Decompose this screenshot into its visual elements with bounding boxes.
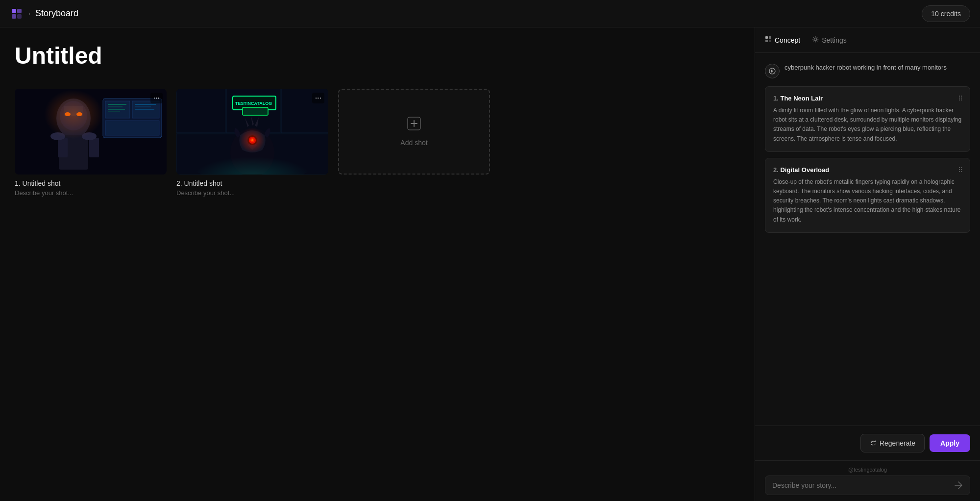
shot-label-2: 2. Untitled shot [176, 179, 328, 187]
suggestion-title-2: 2. Digital Overload [773, 166, 962, 174]
tab-settings[interactable]: Settings [812, 34, 847, 46]
shot-card-2: TESTINCATALOG NEWS [176, 89, 328, 197]
prompt-text: cyberpunk hacker robot working in front … [784, 63, 947, 73]
suggestion-number-1: 1. [773, 95, 779, 102]
shot-image-1[interactable]: ··· [15, 89, 167, 175]
add-shot-button[interactable]: Add shot [338, 89, 490, 175]
suggestion-title-1: 1. The Neon Lair [773, 95, 962, 102]
drag-handle-2[interactable]: ⠿ [958, 166, 963, 174]
shot-menu-btn-2[interactable]: ··· [312, 93, 324, 103]
navbar-left: › Storyboard [10, 7, 78, 21]
svg-rect-1 [17, 9, 22, 13]
add-shot-icon [407, 117, 421, 134]
bottom-input-area: @testingcatalog [755, 460, 980, 501]
shots-grid: ··· 1. Untitled shot Describe your shot.… [15, 89, 740, 197]
app-title: Storyboard [35, 8, 78, 19]
shot-image-2[interactable]: TESTINCATALOG NEWS [176, 89, 328, 175]
settings-tab-icon [812, 36, 819, 44]
input-attribution: @testingcatalog [765, 467, 970, 473]
input-row [765, 476, 970, 495]
svg-point-26 [44, 90, 103, 139]
shot-card-1: ··· 1. Untitled shot Describe your shot.… [15, 89, 167, 197]
suggestion-number-2: 2. [773, 166, 779, 174]
navbar: › Storyboard 10 credits [0, 0, 980, 27]
suggestion-name-1: The Neon Lair [780, 95, 823, 102]
shot-desc-1[interactable]: Describe your shot... [15, 189, 167, 197]
suggestion-card-2: 2. Digital Overload Close-up of the robo… [765, 158, 970, 233]
svg-text:TESTINCATALOG: TESTINCATALOG [235, 101, 272, 106]
svg-rect-23 [89, 138, 99, 157]
svg-rect-8 [105, 121, 159, 135]
svg-rect-2 [12, 14, 16, 19]
svg-point-51 [814, 38, 817, 41]
apply-button[interactable]: Apply [930, 434, 970, 452]
svg-rect-3 [17, 14, 22, 19]
add-shot-card-wrapper: Add shot [338, 89, 490, 197]
suggestion-body-1: A dimly lit room filled with the glow of… [773, 106, 962, 144]
shot-desc-2[interactable]: Describe your shot... [176, 189, 328, 197]
shot-menu-btn-1[interactable]: ··· [150, 93, 163, 103]
tab-settings-label: Settings [822, 36, 847, 44]
svg-rect-0 [12, 9, 16, 13]
tab-concept-label: Concept [775, 36, 800, 44]
nav-chevron: › [28, 10, 30, 17]
right-content: cyberpunk hacker robot working in front … [755, 53, 980, 426]
left-panel: Untitled [0, 27, 755, 501]
actions-row: Regenerate Apply [755, 426, 980, 460]
right-tabs: Concept Settings [755, 27, 980, 53]
suggestion-body-2: Close-up of the robot's metallic fingers… [773, 177, 962, 225]
svg-rect-48 [769, 36, 771, 39]
svg-rect-47 [765, 36, 768, 39]
prompt-row: cyberpunk hacker robot working in front … [765, 63, 970, 78]
send-button[interactable] [954, 481, 963, 490]
svg-rect-49 [765, 40, 768, 42]
suggestion-card-1: 1. The Neon Lair A dimly lit room filled… [765, 86, 970, 152]
svg-rect-28 [176, 89, 225, 133]
add-shot-label: Add shot [400, 139, 427, 147]
suggestion-name-2: Digital Overload [780, 166, 829, 174]
main-layout: Untitled [0, 27, 980, 501]
send-icon [954, 481, 963, 490]
svg-rect-36 [243, 107, 268, 115]
logo-icon[interactable] [10, 7, 24, 21]
regenerate-button[interactable]: Regenerate [860, 434, 925, 452]
tab-concept[interactable]: Concept [765, 34, 800, 46]
svg-rect-22 [58, 138, 68, 157]
drag-handle-1[interactable]: ⠿ [958, 95, 963, 102]
svg-rect-50 [769, 40, 771, 42]
concept-tab-icon [765, 36, 772, 44]
right-panel: Concept Settings [755, 27, 980, 501]
prompt-send-button[interactable] [765, 64, 780, 78]
regenerate-label: Regenerate [880, 439, 915, 447]
credits-badge[interactable]: 10 credits [922, 5, 970, 22]
regenerate-icon [870, 440, 877, 447]
project-title[interactable]: Untitled [15, 42, 740, 69]
story-input[interactable] [772, 481, 954, 489]
shot-label-1: 1. Untitled shot [15, 179, 167, 187]
